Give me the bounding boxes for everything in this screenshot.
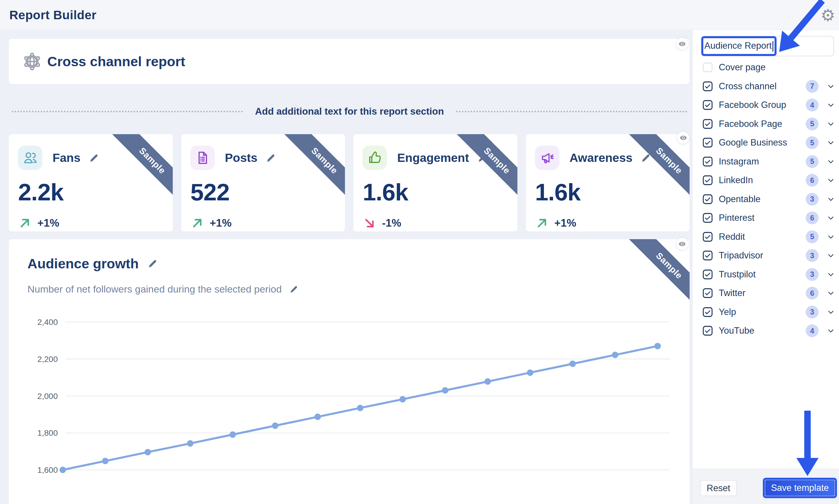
add-text-label[interactable]: Add additional text for this report sect… [255,106,444,117]
sidebar-item-tripadvisor[interactable]: Tripadvisor3 [693,246,839,265]
sidebar-item-label: Google Business [719,137,787,148]
edit-pencil-icon[interactable] [147,258,158,269]
sidebar-item-cover-page[interactable]: Cover page [693,58,839,77]
chevron-down-icon[interactable] [826,270,835,279]
chevron-down-icon[interactable] [826,251,835,260]
checkbox-icon[interactable] [702,307,713,317]
item-count-badge: 5 [806,118,819,130]
sidebar-item-pinterest[interactable]: Pinterest6 [693,209,839,227]
chevron-down-icon[interactable] [826,232,835,241]
item-count-badge: 3 [806,306,819,319]
sidebar-item-instagram[interactable]: Instagram5 [693,152,839,171]
data-point[interactable] [59,467,66,473]
sample-ribbon: Sample [111,134,173,196]
sidebar-item-opentable[interactable]: Opentable3 [693,190,839,209]
sidebar-item-yelp[interactable]: Yelp3 [693,303,839,321]
data-point[interactable] [612,352,618,358]
sidebar-item-reddit[interactable]: Reddit5 [693,228,839,246]
sample-ribbon: Sample [456,134,518,196]
data-point[interactable] [187,440,193,447]
data-point[interactable] [229,431,236,438]
edit-pencil-icon[interactable] [477,153,488,163]
checkbox-icon[interactable] [702,194,713,204]
template-name-value[interactable]: Audience Report [704,40,772,51]
sidebar-item-facebook-group[interactable]: Facebook Group4 [693,96,839,114]
checkbox-icon[interactable] [702,119,713,129]
dotted-line [456,111,687,112]
template-name-highlight-ring[interactable]: Audience Report [701,36,776,56]
edit-pencil-icon[interactable] [89,153,99,163]
data-point[interactable] [569,360,576,367]
edit-pencil-icon[interactable] [265,153,276,163]
data-point[interactable] [357,405,363,411]
chevron-down-icon[interactable] [826,176,835,185]
sidebar-item-trustpilot[interactable]: Trustpilot3 [693,265,839,284]
chevron-down-icon[interactable] [826,101,835,109]
sidebar-item-youtube[interactable]: YouTube4 [693,321,839,340]
checkbox-icon[interactable] [702,288,713,299]
chevron-down-icon[interactable] [826,82,835,91]
metric-label: Fans [53,151,81,165]
y-axis-tick-label: 1,600 [37,466,58,474]
sidebar-item-cross-channel[interactable]: Cross channel7 [693,77,839,96]
item-count-badge: 3 [806,193,819,205]
checkbox-icon[interactable] [702,100,713,110]
sidebar-item-twitter[interactable]: Twitter6 [693,284,839,303]
checkbox-icon[interactable] [702,325,713,336]
chevron-down-icon[interactable] [826,157,835,166]
audience-growth-line-chart: 1,6001,8002,0002,2002,400 [9,309,689,504]
sidebar-footer: Reset Save template [693,469,839,504]
metric-label: Awareness [570,151,633,165]
sidebar-item-label: Instagram [719,156,759,167]
sidebar-item-label: Pinterest [719,213,754,223]
chevron-down-icon[interactable] [826,326,835,335]
chevron-down-icon[interactable] [826,195,835,203]
chevron-down-icon[interactable] [826,214,835,222]
save-template-button[interactable]: Save template [765,480,835,496]
data-point[interactable] [144,449,151,455]
sidebar-item-google-business[interactable]: Google Business5 [693,133,839,152]
add-text-divider[interactable]: Add additional text for this report sect… [12,105,687,118]
checkbox-icon[interactable] [702,137,713,148]
sidebar-item-label: Facebook Group [719,100,786,110]
checkbox-icon[interactable] [702,175,713,185]
toggle-visibility-eye-icon[interactable] [676,238,688,250]
chevron-down-icon[interactable] [826,120,835,128]
metric-value: 522 [191,179,230,206]
data-point[interactable] [485,378,491,385]
data-point[interactable] [527,370,534,376]
checkbox-icon[interactable] [702,269,713,280]
chevron-down-icon[interactable] [826,289,835,298]
gear-icon[interactable]: ⚙ [821,5,835,26]
dotted-line [12,111,243,112]
trend-up-icon [191,217,204,229]
y-axis-tick-label: 2,400 [37,318,58,327]
cross-channel-globe-icon [21,51,43,73]
edit-pencil-icon[interactable] [641,153,651,163]
checkbox-icon[interactable] [702,213,713,223]
data-point[interactable] [654,343,661,349]
page-title: Report Builder [9,0,97,30]
checkbox-icon[interactable] [702,156,713,167]
sidebar-item-label: Facebook Page [719,119,782,129]
data-point[interactable] [315,414,321,420]
metric-label: Posts [225,151,258,165]
toggle-visibility-eye-icon[interactable] [676,38,688,50]
sidebar-item-linkedin[interactable]: LinkedIn6 [693,171,839,190]
chevron-down-icon[interactable] [826,138,835,147]
checkbox-icon[interactable] [702,232,713,242]
data-point[interactable] [400,396,406,402]
data-point[interactable] [102,458,108,464]
checkbox-icon[interactable] [702,250,713,261]
checkbox-icon[interactable] [702,81,713,92]
checkbox-icon[interactable] [702,62,713,73]
sidebar-item-label: Yelp [719,307,736,317]
item-count-badge: 5 [806,230,819,243]
toggle-visibility-eye-icon[interactable] [677,131,689,144]
edit-pencil-icon[interactable] [289,285,299,294]
data-point[interactable] [272,422,278,429]
chevron-down-icon[interactable] [826,308,835,317]
reset-button[interactable]: Reset [700,480,737,496]
data-point[interactable] [442,387,448,394]
sidebar-item-facebook-page[interactable]: Facebook Page5 [693,115,839,133]
